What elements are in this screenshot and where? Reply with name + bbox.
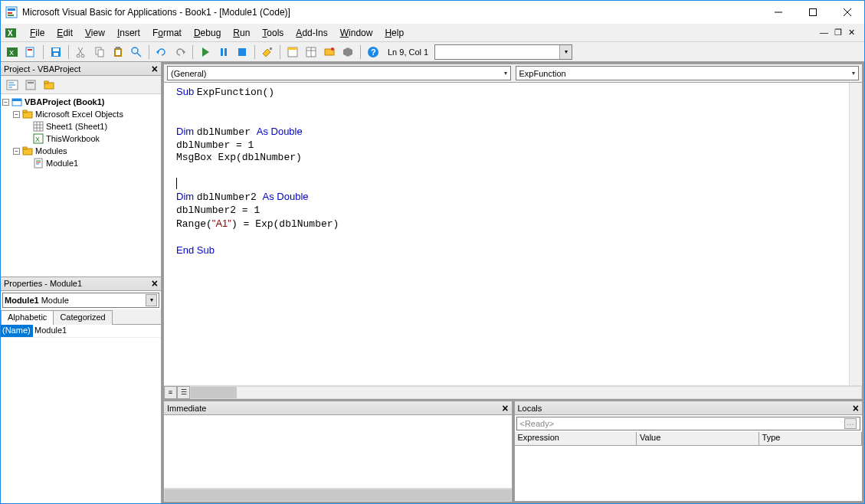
properties-object-name: Module1: [5, 296, 39, 305]
svg-rect-16: [54, 53, 58, 56]
immediate-title: Immediate: [167, 404, 206, 413]
undo-button[interactable]: [153, 44, 170, 61]
svg-marker-30: [202, 47, 209, 57]
svg-rect-52: [44, 81, 48, 83]
immediate-scrollbar[interactable]: [164, 489, 512, 502]
toggle-folders-button[interactable]: [41, 77, 57, 93]
svg-point-26: [132, 47, 138, 54]
immediate-input[interactable]: [164, 415, 512, 488]
properties-pane-label: Properties - Module1: [4, 279, 82, 288]
chevron-down-icon: ▾: [559, 45, 572, 59]
svg-rect-22: [98, 50, 103, 57]
view-excel-button[interactable]: X: [4, 44, 21, 61]
toolbar-combo[interactable]: ▾: [434, 44, 572, 60]
procedure-view-button[interactable]: ≡: [164, 386, 177, 399]
tree-excel-objects[interactable]: Microsoft Excel Objects: [35, 110, 123, 119]
svg-rect-33: [238, 48, 246, 56]
tree-thisworkbook[interactable]: ThisWorkbook: [46, 134, 100, 143]
project-pane-label: Project - VBAProject: [4, 64, 80, 74]
menu-addins[interactable]: Add-Ins: [290, 26, 333, 40]
maximize-button[interactable]: [795, 1, 830, 24]
locals-col-type[interactable]: Type: [759, 432, 862, 445]
insert-module-button[interactable]: [22, 44, 39, 61]
mdi-close-button[interactable]: ✕: [847, 28, 857, 38]
project-explorer-button[interactable]: [284, 44, 301, 61]
tree-sheet1[interactable]: Sheet1 (Sheet1): [46, 122, 107, 131]
view-object-button[interactable]: [22, 77, 39, 93]
break-button[interactable]: [215, 44, 232, 61]
menu-format[interactable]: Format: [146, 26, 188, 40]
minimize-button[interactable]: [761, 1, 795, 24]
excel-icon[interactable]: X: [4, 26, 18, 40]
project-pane-close-button[interactable]: ×: [152, 64, 158, 74]
locals-col-value[interactable]: Value: [637, 432, 759, 445]
tree-collapse-icon[interactable]: −: [13, 111, 20, 118]
properties-tabs: Alphabetic Categorized: [1, 309, 161, 325]
locals-col-expression[interactable]: Expression: [515, 432, 637, 445]
properties-grid[interactable]: (Name) Module1: [1, 325, 161, 504]
properties-window-button[interactable]: [303, 44, 319, 61]
property-value-cell[interactable]: Module1: [33, 325, 161, 337]
mdi-minimize-button[interactable]: —: [818, 28, 830, 38]
tab-alphabetic[interactable]: Alphabetic: [1, 310, 54, 325]
full-module-view-button[interactable]: ☰: [177, 386, 190, 399]
menu-file[interactable]: File: [24, 26, 51, 40]
immediate-close-button[interactable]: ×: [502, 403, 508, 414]
toolbox-button[interactable]: [339, 44, 356, 61]
cut-button[interactable]: [73, 44, 90, 61]
menu-debug[interactable]: Debug: [188, 26, 227, 40]
property-row: (Name) Module1: [1, 325, 161, 338]
redo-button[interactable]: [172, 44, 188, 61]
svg-rect-25: [116, 47, 120, 49]
locals-header: Expression Value Type: [515, 432, 863, 446]
object-browser-button[interactable]: [321, 44, 338, 61]
tree-collapse-icon[interactable]: −: [13, 148, 20, 155]
mdi-restore-button[interactable]: ❐: [833, 28, 844, 38]
close-button[interactable]: [830, 1, 864, 24]
menu-help[interactable]: Help: [378, 26, 410, 40]
procedure-combo[interactable]: ExpFunction▾: [516, 66, 860, 80]
vertical-scrollbar[interactable]: [849, 83, 862, 385]
save-button[interactable]: [48, 44, 64, 61]
code-editor[interactable]: Sub ExpFunction() Dim dblNumber As Doubl…: [164, 83, 862, 385]
menu-run[interactable]: Run: [227, 26, 256, 40]
properties-object-selector[interactable]: Module1 Module ▾: [2, 293, 159, 308]
reset-button[interactable]: [234, 44, 251, 61]
properties-pane-close-button[interactable]: ×: [152, 278, 158, 289]
design-mode-button[interactable]: [259, 44, 276, 61]
locals-callstack-button[interactable]: …: [844, 418, 857, 429]
paste-button[interactable]: [110, 44, 126, 61]
svg-rect-49: [26, 80, 35, 90]
tree-project-root[interactable]: VBAProject (Book1): [25, 97, 105, 106]
svg-text:X: X: [35, 136, 40, 143]
tab-categorized[interactable]: Categorized: [53, 310, 112, 325]
svg-rect-3: [8, 15, 14, 16]
menu-insert[interactable]: Insert: [111, 26, 146, 40]
help-button[interactable]: ?: [365, 44, 382, 61]
find-button[interactable]: [128, 44, 145, 61]
menu-window[interactable]: Window: [334, 26, 379, 40]
procedure-combo-value: ExpFunction: [519, 69, 566, 78]
tree-collapse-icon[interactable]: −: [2, 99, 9, 106]
horizontal-scrollbar[interactable]: [190, 386, 862, 399]
view-code-button[interactable]: [4, 77, 21, 93]
menu-view[interactable]: View: [79, 26, 111, 40]
svg-rect-5: [809, 9, 816, 16]
locals-window: Locals× <Ready>… Expression Value Type: [514, 401, 863, 502]
chevron-down-icon: ▾: [852, 70, 855, 77]
tree-module1[interactable]: Module1: [46, 159, 78, 168]
object-combo[interactable]: (General)▾: [167, 66, 511, 80]
property-name-cell[interactable]: (Name): [1, 325, 33, 337]
tree-modules-folder[interactable]: Modules: [35, 146, 67, 155]
project-tree[interactable]: −VBAProject (Book1) −Microsoft Excel Obj…: [1, 94, 161, 277]
copy-button[interactable]: [91, 44, 108, 61]
code-window: (General)▾ ExpFunction▾ Sub ExpFunction(…: [163, 64, 863, 399]
svg-rect-56: [23, 110, 27, 113]
run-button[interactable]: [197, 44, 214, 61]
locals-close-button[interactable]: ×: [853, 403, 859, 414]
menu-edit[interactable]: Edit: [51, 26, 79, 40]
locals-body[interactable]: [515, 446, 863, 501]
menu-tools[interactable]: Tools: [256, 26, 290, 40]
properties-object-type: Module: [41, 296, 69, 305]
svg-rect-37: [288, 47, 297, 50]
